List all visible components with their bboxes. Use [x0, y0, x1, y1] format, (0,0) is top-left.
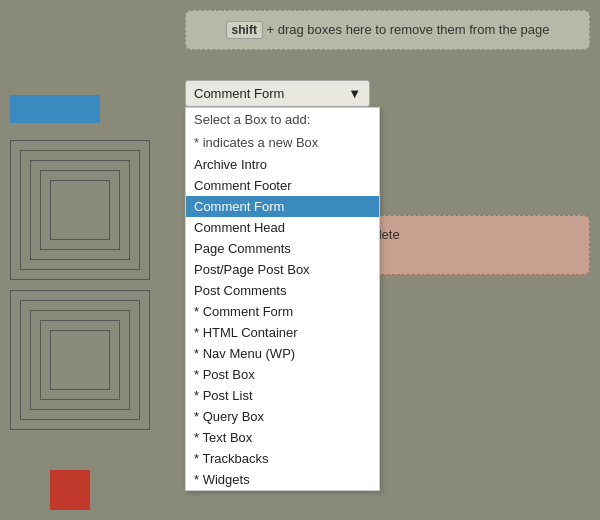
menu-item-trackbacks[interactable]: * Trackbacks [186, 448, 379, 469]
dropdown-select[interactable]: Comment Form ▼ [185, 80, 370, 107]
menu-item-query-box[interactable]: * Query Box [186, 406, 379, 427]
menu-item-comment-footer[interactable]: Comment Footer [186, 175, 379, 196]
menu-note: * indicates a new Box [186, 131, 379, 154]
dropdown-selected-label: Comment Form [194, 86, 284, 101]
menu-item-post-comments[interactable]: Post Comments [186, 280, 379, 301]
blue-box [10, 95, 100, 123]
menu-item-post-list[interactable]: * Post List [186, 385, 379, 406]
red-box [50, 470, 90, 510]
menu-item-html-container[interactable]: * HTML Container [186, 322, 379, 343]
menu-item-archive-intro[interactable]: Archive Intro [186, 154, 379, 175]
menu-item-new-comment-form[interactable]: * Comment Form [186, 301, 379, 322]
dropdown-menu: Select a Box to add: * indicates a new B… [185, 107, 380, 491]
shift-key-top: shift [226, 21, 263, 39]
instruction-text: + drag boxes here to remove them from th… [267, 22, 550, 37]
menu-item-post-page-post-box[interactable]: Post/Page Post Box [186, 259, 379, 280]
menu-item-text-box[interactable]: * Text Box [186, 427, 379, 448]
dropdown-area: Comment Form ▼ Select a Box to add: * in… [185, 80, 590, 107]
menu-header: Select a Box to add: [186, 108, 379, 131]
menu-item-comment-form[interactable]: Comment Form [186, 196, 379, 217]
menu-item-nav-menu-wp[interactable]: * Nav Menu (WP) [186, 343, 379, 364]
instruction-box: shift + drag boxes here to remove them f… [185, 10, 590, 50]
menu-item-post-box[interactable]: * Post Box [186, 364, 379, 385]
nested-boxes-top [10, 140, 150, 280]
nested-boxes-bottom [10, 290, 150, 430]
menu-item-page-comments[interactable]: Page Comments [186, 238, 379, 259]
left-panel [0, 0, 185, 520]
menu-item-widgets[interactable]: * Widgets [186, 469, 379, 490]
menu-item-comment-head[interactable]: Comment Head [186, 217, 379, 238]
chevron-down-icon: ▼ [348, 86, 361, 101]
